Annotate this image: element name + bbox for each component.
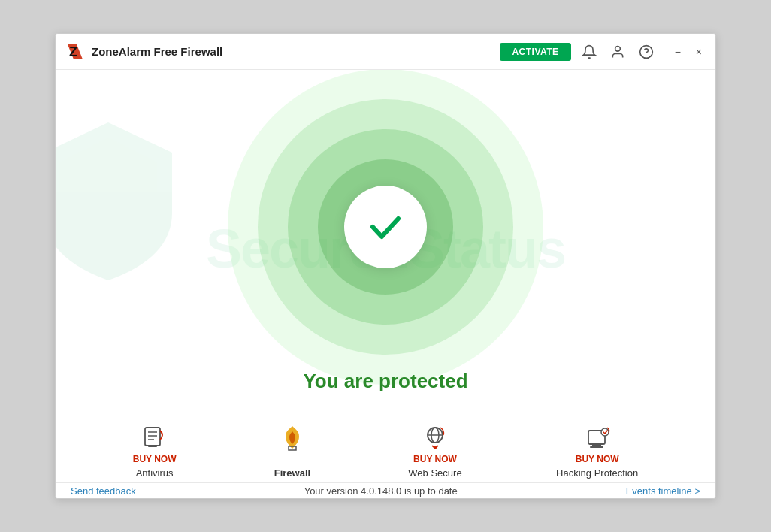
title-right: ACTIVATE − xyxy=(500,41,706,62)
window-controls: − × xyxy=(670,44,706,59)
antivirus-icon xyxy=(141,425,169,450)
websecure-buy-label: BUY NOW xyxy=(413,454,457,464)
firewall-icon-container xyxy=(277,424,308,451)
websecure-name: Web Secure xyxy=(408,467,461,479)
svg-rect-15 xyxy=(592,444,601,446)
svg-rect-9 xyxy=(148,445,157,447)
svg-point-13 xyxy=(434,446,437,449)
app-title: ZoneAlarm Free Firewall xyxy=(92,45,222,58)
antivirus-buy-label: BUY NOW xyxy=(133,454,177,464)
hacking-icon-container xyxy=(582,424,613,451)
minimize-button[interactable]: − xyxy=(670,44,685,59)
user-icon xyxy=(610,44,625,59)
help-button[interactable] xyxy=(636,41,657,62)
feature-firewall[interactable]: BUY NOW Firewall xyxy=(271,424,314,479)
title-left: Z ZoneAlarm Free Firewall xyxy=(65,41,222,62)
websecure-icon-container xyxy=(419,424,451,451)
close-button[interactable]: × xyxy=(691,44,706,59)
bell-icon xyxy=(582,44,597,59)
svg-point-17 xyxy=(601,428,609,436)
shield-watermark xyxy=(56,115,183,288)
websecure-icon xyxy=(421,425,449,450)
svg-rect-5 xyxy=(145,428,160,446)
features-row: BUY NOW Antivirus BUY NOW Firewall xyxy=(56,416,715,482)
bell-button[interactable] xyxy=(579,41,600,62)
check-circle xyxy=(344,186,427,268)
activate-button[interactable]: ACTIVATE xyxy=(500,43,570,61)
protected-text: You are protected xyxy=(303,370,467,393)
help-icon xyxy=(639,44,654,59)
bottom-section: BUY NOW Antivirus BUY NOW Firewall xyxy=(56,416,715,498)
main-content: SecuredStatus You are protected xyxy=(56,70,715,416)
feature-hacking[interactable]: BUY NOW Hacking Protection xyxy=(556,424,638,479)
antivirus-icon-container xyxy=(139,424,171,451)
title-bar: Z ZoneAlarm Free Firewall ACTIVATE xyxy=(56,34,715,70)
footer-bar: Send feedback Your version 4.0.148.0 is … xyxy=(56,482,715,498)
svg-point-2 xyxy=(615,46,620,51)
app-window: Z ZoneAlarm Free Firewall ACTIVATE xyxy=(55,33,716,499)
svg-rect-16 xyxy=(590,446,603,448)
version-status: Your version 4.0.148.0 is up to date xyxy=(304,485,458,497)
feature-websecure[interactable]: BUY NOW Web Secure xyxy=(408,424,461,479)
checkmark-icon xyxy=(365,207,406,247)
events-timeline-link[interactable]: Events timeline > xyxy=(626,485,700,497)
hacking-icon xyxy=(582,425,612,450)
hacking-buy-label: BUY NOW xyxy=(576,454,619,464)
antivirus-name: Antivirus xyxy=(136,467,174,479)
firewall-icon xyxy=(278,424,307,451)
circles-container xyxy=(228,70,543,385)
send-feedback-link[interactable]: Send feedback xyxy=(71,485,136,497)
svg-text:Z: Z xyxy=(69,44,77,59)
firewall-name: Firewall xyxy=(274,467,310,479)
user-button[interactable] xyxy=(607,41,628,62)
app-logo-icon: Z xyxy=(65,41,86,62)
feature-antivirus[interactable]: BUY NOW Antivirus xyxy=(133,424,177,479)
hacking-name: Hacking Protection xyxy=(556,467,638,479)
